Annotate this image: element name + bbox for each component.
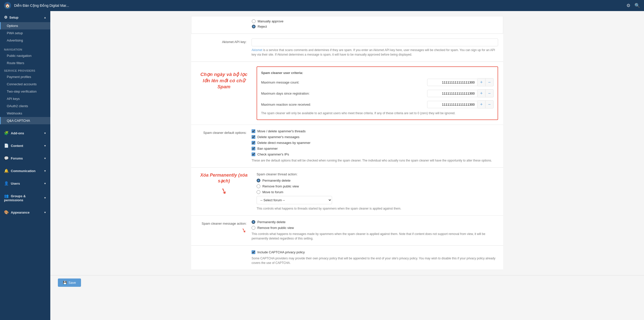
thread-radio3[interactable]	[257, 190, 260, 194]
captcha-content: Include CAPTCHA privacy policy Some CAPT…	[252, 250, 498, 265]
sidebar-item-route-filters[interactable]: Route filters	[0, 59, 50, 67]
option4-label: Ban spammer	[257, 147, 278, 150]
thread-radio2[interactable]	[257, 184, 260, 188]
sidebar-section-content: 📄Content ▼	[0, 139, 50, 152]
sidebar-item-twostep[interactable]: Two-step verification	[0, 88, 50, 95]
topbar: 🏠 Diễn Đàn Cộng Đồng Digital Mar... ⚙ 🔍	[0, 0, 644, 11]
message-radio1[interactable]	[252, 220, 255, 224]
thread-action-content: Spam cleaner thread action: Permanently …	[257, 172, 498, 211]
thread-radio2-label: Remove from public view	[262, 184, 299, 188]
sidebar-forums-header[interactable]: 💬Forums ▼	[0, 153, 50, 163]
max-reaction-label: Maximum reaction score received:	[261, 103, 427, 106]
thread-radio1-label: Permanently delete	[262, 179, 291, 182]
thread-radio1[interactable]	[257, 179, 260, 182]
reject-radio[interactable]	[252, 25, 256, 28]
sidebar-section-addons: 🧩Add-ons ▼	[0, 127, 50, 139]
sidebar-item-captcha[interactable]: Q&A CAPTCHA	[0, 117, 50, 124]
reject-label: Reject	[258, 25, 267, 28]
app-logo: 🏠	[4, 2, 11, 9]
main-content: Manually approve Reject Akismet API key:…	[50, 11, 644, 320]
max-reaction-plus[interactable]: +	[477, 100, 486, 108]
manually-approve-label: Manually approve	[258, 19, 284, 23]
sidebar-section-users: 👤Users ▼	[0, 177, 50, 190]
arrow-icon-2: ➘	[241, 226, 248, 234]
option3-label: Delete direct messages by spammer	[257, 141, 310, 145]
manually-approve-radio[interactable]	[252, 19, 256, 23]
thread-radio3-label: Move to forum	[262, 190, 283, 194]
message-label-container: Spam cleaner message action: ➘	[196, 222, 247, 234]
max-days-label: Maximum days since registration:	[261, 92, 427, 95]
sidebar-item-advertising[interactable]: Advertising	[0, 37, 50, 44]
sidebar-item-connected[interactable]: Connected accounts	[0, 81, 50, 88]
spam-defaults-row: Spam cleaner default options: Move / del…	[191, 125, 503, 168]
sidebar-item-public-nav[interactable]: Public navigation	[0, 52, 50, 59]
sidebar-groups-header[interactable]: 👥Groups & permissions ▼	[0, 191, 50, 205]
max-days-row: Maximum days since registration: + −	[261, 89, 494, 97]
thread-action-select-wrap: -- Select forum --	[257, 196, 498, 204]
max-message-plus[interactable]: +	[477, 78, 486, 86]
setup-icon: ⚙	[4, 15, 7, 19]
sidebar-users-header[interactable]: 👤Users ▼	[0, 179, 50, 188]
akismet-content: Akismet is a service that scans comments…	[252, 38, 498, 57]
captcha-checkbox[interactable]	[252, 250, 255, 254]
option5-checkbox[interactable]	[252, 152, 255, 156]
max-days-plus[interactable]: +	[477, 89, 486, 97]
thread-action-label: Spam cleaner thread action:	[257, 172, 498, 176]
sidebar-addons-header[interactable]: 🧩Add-ons ▼	[0, 128, 50, 138]
sidebar-section-setup: ⚙Setup ▲ Options PWA setup Advertising	[0, 11, 50, 46]
option2-row: Delete spammer's messages	[252, 135, 498, 139]
thread-radio3-row: Move to forum	[257, 190, 498, 194]
captcha-checkbox-row: Include CAPTCHA privacy policy	[252, 250, 498, 254]
sidebar-content-header[interactable]: 📄Content ▼	[0, 141, 50, 150]
content-area: Manually approve Reject Akismet API key:…	[184, 11, 511, 275]
sidebar-service-providers-label: Service providers	[0, 67, 50, 73]
sidebar-item-oauth2[interactable]: OAuth2 clients	[0, 102, 50, 110]
sidebar-item-apikeys[interactable]: API keys	[0, 95, 50, 102]
addons-arrow: ▼	[44, 132, 46, 135]
akismet-link[interactable]: Akismet	[252, 48, 262, 52]
comm-icon: 🔔	[4, 169, 9, 173]
spam-message-label: Spam cleaner message action: ➘	[196, 220, 252, 234]
sidebar-appearance-header[interactable]: 🎨Appearance ▼	[0, 208, 50, 217]
option1-checkbox[interactable]	[252, 129, 255, 133]
option1-row: Move / delete spammer's threads	[252, 129, 498, 133]
addons-icon: 🧩	[4, 131, 9, 135]
spam-criteria-note: The spam cleaner will only be available …	[261, 111, 494, 115]
option3-checkbox[interactable]	[252, 141, 255, 145]
sidebar-setup-header[interactable]: ⚙Setup ▲	[0, 13, 50, 22]
users-arrow: ▼	[44, 182, 46, 185]
sidebar-item-webhooks[interactable]: Webhooks	[0, 110, 50, 117]
max-days-minus[interactable]: −	[486, 89, 494, 97]
search-icon[interactable]: 🔍	[634, 3, 640, 8]
max-reaction-minus[interactable]: −	[486, 100, 494, 108]
content-arrow: ▼	[44, 144, 46, 147]
sidebar-item-options[interactable]: Options	[0, 22, 50, 29]
settings-icon[interactable]: ⚙	[626, 3, 630, 8]
save-button[interactable]: 💾 Save	[58, 278, 81, 287]
sidebar-communication-header[interactable]: 🔔Communication ▼	[0, 166, 50, 176]
forums-icon: 💬	[4, 156, 9, 160]
sidebar-item-pwa[interactable]: PWA setup	[0, 29, 50, 37]
thread-forum-select[interactable]: -- Select forum --	[257, 196, 332, 204]
manually-approve-row: Manually approve	[252, 19, 284, 23]
max-message-input[interactable]	[427, 79, 477, 86]
save-icon: 💾	[63, 281, 67, 285]
max-days-input[interactable]	[427, 90, 477, 97]
option2-label: Delete spammer's messages	[257, 135, 299, 139]
max-message-row: Maximum message count: + −	[261, 78, 494, 86]
akismet-row: Akismet API key: Akismet is a service th…	[191, 34, 503, 62]
content-icon: 📄	[4, 143, 9, 148]
spam-criteria-box: Spam cleaner user criteria: Maximum mess…	[257, 66, 498, 120]
message-radio2[interactable]	[252, 226, 255, 230]
captcha-note: Some CAPTCHA providers may provide their…	[252, 256, 498, 265]
spam-message-row: Spam cleaner message action: ➘ Permanent…	[191, 216, 503, 246]
option4-checkbox[interactable]	[252, 147, 255, 150]
option3-row: Delete direct messages by spammer	[252, 141, 498, 145]
max-message-minus[interactable]: −	[486, 78, 494, 86]
max-reaction-input[interactable]	[427, 101, 477, 108]
spam-criteria-section: Chọn ngày và bộ lọc lớn lên mới có chữ S…	[191, 62, 503, 125]
sidebar-item-payment[interactable]: Payment profiles	[0, 73, 50, 81]
message-radio2-label: Remove from public view	[257, 226, 294, 230]
akismet-input[interactable]	[252, 38, 498, 46]
option2-checkbox[interactable]	[252, 135, 255, 139]
